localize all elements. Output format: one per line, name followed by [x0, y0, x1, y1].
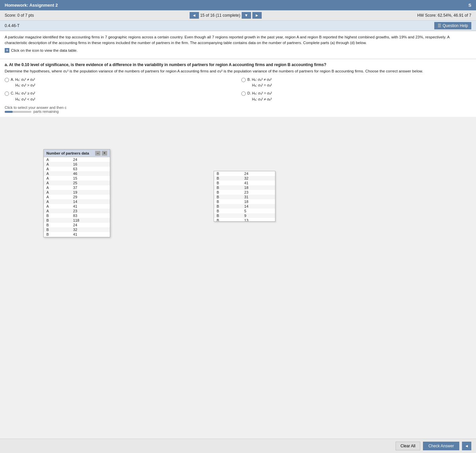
data-table-right: B24B32B41B18B23B31B18B14B5B9B13B9B14	[214, 171, 275, 221]
data-modal-controls: – ×	[95, 151, 107, 156]
click-status: Click to select your answer and then c	[5, 105, 471, 109]
nav-text: 15 of 16 (11 complete)	[200, 13, 240, 18]
modal-minimize-button[interactable]: –	[95, 151, 100, 156]
problem-text: A particular magazine identified the top…	[5, 34, 471, 46]
table-row: A14	[44, 199, 110, 204]
option-b-label: B.	[247, 77, 251, 81]
table-row: A29	[44, 195, 110, 199]
table-row: B41	[214, 181, 275, 185]
table-row: A24	[44, 157, 110, 162]
page-wrapper: a. At the 0.10 level of significance, is…	[0, 59, 476, 246]
option-a: A. H₀: σ₁² ≠ σ₂² H₁: σ₁² > σ₂²	[5, 77, 235, 88]
option-a-text: A. H₀: σ₁² ≠ σ₂² H₁: σ₁² > σ₂²	[11, 77, 35, 88]
progress-bar-container	[5, 111, 31, 113]
table-row: B32	[44, 227, 110, 232]
table-row: A16	[44, 162, 110, 167]
app-title: Homework: Assignment 2	[5, 3, 58, 8]
option-d-text: D. H₀: σ₁² = σ₂² H₁: σ₁² ≠ σ₂²	[247, 90, 272, 102]
hypothesis-instruction: Determine the hypotheses, where σ₁² is t…	[5, 68, 471, 74]
data-modal-header: Number of partners data – ×	[44, 150, 110, 157]
table-row: B5	[214, 209, 275, 213]
option-d: D. H₀: σ₁² = σ₂² H₁: σ₁² ≠ σ₂²	[241, 90, 471, 102]
nav-center: ◄ 15 of 16 (11 complete) ▼ ►	[190, 12, 262, 19]
score-bar: Score: 0 of 7 pts ◄ 15 of 16 (11 complet…	[0, 10, 476, 21]
option-a-h1: H₁: σ₁² > σ₂²	[15, 82, 35, 88]
parts-remaining-row: parts remaining	[5, 109, 471, 114]
click-text: Click on the icon to view the data table…	[11, 48, 77, 52]
data-modal-title: Number of partners data	[46, 151, 89, 155]
table-row: A41	[44, 204, 110, 209]
table-row: A19	[44, 190, 110, 195]
question-help-label: Question Help	[443, 23, 468, 28]
option-d-h1: H₁: σ₁² ≠ σ₂²	[252, 96, 272, 102]
table-row: A46	[44, 171, 110, 176]
nav-next-button[interactable]: ►	[252, 12, 262, 19]
option-d-h0: H₀: σ₁² = σ₂²	[252, 91, 272, 95]
table-row: B23	[214, 190, 275, 195]
progress-bar-fill	[5, 111, 13, 113]
section-bar: 0.4.46-T ☰ Question Help	[0, 21, 476, 31]
data-table: A24A16A63A46A15A25A37A19A29A14A41A23B83B…	[44, 157, 110, 237]
option-d-label: D.	[247, 91, 251, 95]
table-row: B18	[214, 199, 275, 204]
table-row: A25	[44, 181, 110, 185]
option-c-h1: H₁: σ₁² < σ₂²	[15, 96, 35, 102]
save-indicator: S	[468, 3, 471, 8]
table-row: A23	[44, 209, 110, 213]
modal-close-button[interactable]: ×	[102, 151, 107, 156]
section-id: 0.4.46-T	[5, 23, 20, 28]
table-row: B14	[214, 204, 275, 209]
data-table-container[interactable]: A24A16A63A46A15A25A37A19A29A14A41A23B83B…	[44, 157, 110, 237]
list-icon: ☰	[438, 23, 441, 28]
table-row: B32	[214, 176, 275, 181]
table-row: B118	[44, 218, 110, 223]
option-c: C. H₀: σ₁² ≥ σ₂² H₁: σ₁² < σ₂²	[5, 90, 235, 102]
option-a-label: A.	[11, 77, 14, 81]
header-bar: Homework: Assignment 2 S	[0, 0, 476, 10]
question-section: a. At the 0.10 level of significance, is…	[0, 59, 476, 117]
table-row: B18	[214, 185, 275, 190]
option-b-text: B. H₀: σ₁² ≠ σ₂² H₁: σ₁² = σ₂²	[247, 77, 272, 88]
table-row: B31	[214, 195, 275, 199]
table-row: B24	[214, 171, 275, 176]
option-a-radio[interactable]	[5, 78, 9, 82]
table-row: B41	[44, 232, 110, 237]
option-b: B. H₀: σ₁² ≠ σ₂² H₁: σ₁² = σ₂²	[241, 77, 471, 88]
table-row: B24	[44, 223, 110, 227]
nav-dropdown-button[interactable]: ▼	[242, 12, 251, 19]
option-d-radio[interactable]	[241, 91, 246, 96]
table-icon: ⊞	[5, 48, 9, 53]
click-icon-row: ⊞ Click on the icon to view the data tab…	[5, 48, 471, 53]
option-b-h0: H₀: σ₁² ≠ σ₂²	[252, 77, 271, 81]
hw-score: HW Score: 62.54%, 46.91 of 7	[417, 13, 471, 18]
option-b-radio[interactable]	[241, 78, 246, 82]
table-row: B9	[214, 213, 275, 218]
nav-prev-button[interactable]: ◄	[190, 12, 199, 19]
table-row: A15	[44, 176, 110, 181]
option-c-label: C.	[11, 91, 14, 95]
table-row: B83	[44, 213, 110, 218]
option-a-h0: H₀: σ₁² ≠ σ₂²	[15, 77, 35, 81]
option-c-h0: H₀: σ₁² ≥ σ₂²	[15, 91, 35, 95]
main-content: A particular magazine identified the top…	[0, 31, 476, 59]
option-c-radio[interactable]	[5, 91, 9, 96]
data-panel-right-inner[interactable]: B24B32B41B18B23B31B18B14B5B9B13B9B14	[214, 171, 275, 221]
table-row: B13	[214, 218, 275, 221]
table-row: A37	[44, 185, 110, 190]
option-c-text: C. H₀: σ₁² ≥ σ₂² H₁: σ₁² < σ₂²	[11, 90, 35, 102]
data-panel-right: B24B32B41B18B23B31B18B14B5B9B13B9B14	[214, 171, 275, 222]
score-label: Score: 0 of 7 pts	[5, 13, 34, 18]
table-row: A63	[44, 167, 110, 171]
status-text: Click to select your answer and then c p…	[5, 105, 471, 114]
data-modal: Number of partners data – × A24A16A63A46…	[43, 149, 110, 237]
options-grid: A. H₀: σ₁² ≠ σ₂² H₁: σ₁² > σ₂² B. H₀: σ₁…	[5, 77, 471, 102]
question-a-title: a. At the 0.10 level of significance, is…	[5, 62, 471, 67]
table-row: B18	[44, 237, 110, 237]
question-help-button[interactable]: ☰ Question Help	[434, 22, 471, 29]
option-b-h1: H₁: σ₁² = σ₂²	[252, 82, 272, 88]
parts-remaining-label: parts remaining	[33, 109, 59, 114]
